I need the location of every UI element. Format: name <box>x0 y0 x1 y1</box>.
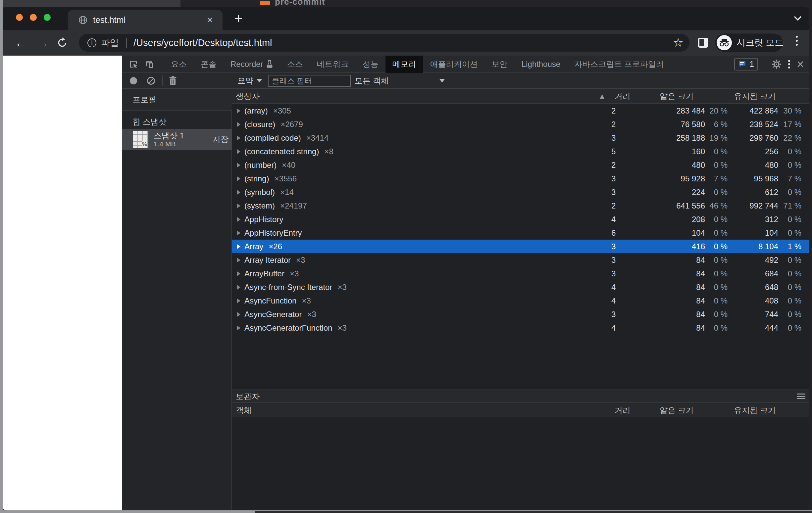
distance-value: 5 <box>611 147 616 156</box>
retained-size-percent: 17 % <box>778 118 809 131</box>
expand-triangle-icon[interactable] <box>237 326 240 330</box>
snapshot-save-link[interactable]: 저장 <box>212 134 229 145</box>
retained-size-value: 256 <box>731 145 778 158</box>
tab-sources[interactable]: 소스 <box>280 56 310 73</box>
delete-trash-icon[interactable] <box>169 76 177 86</box>
tab-security[interactable]: 보안 <box>485 56 515 73</box>
issues-badge[interactable]: 1 <box>734 58 758 70</box>
tab-search-chevron-icon[interactable] <box>792 15 803 22</box>
tab-close-icon[interactable]: × <box>207 10 213 30</box>
expand-triangle-icon[interactable] <box>237 244 240 249</box>
expand-triangle-icon[interactable] <box>237 204 240 208</box>
column-retained-size[interactable]: 유지된 크기 <box>731 89 809 103</box>
column-constructor[interactable]: 생성자 ▲ <box>232 89 611 103</box>
hamburger-menu-icon[interactable] <box>797 394 805 400</box>
shallow-size-percent: 20 % <box>705 104 731 118</box>
shallow-size-percent: 6 % <box>705 118 731 131</box>
table-row[interactable]: Array Iterator ×3 3 84 0 % 492 0 % <box>232 253 809 267</box>
tab-elements[interactable]: 요소 <box>164 56 194 73</box>
devtools-menu-icon[interactable] <box>787 59 791 70</box>
retained-size-percent: 0 % <box>778 158 809 172</box>
tab-recorder[interactable]: Recorder <box>224 56 280 73</box>
table-row[interactable]: Array ×26 3 416 0 % 8 104 1 % <box>232 240 809 253</box>
tab-console[interactable]: 콘솔 <box>194 56 224 73</box>
settings-gear-icon[interactable] <box>772 59 782 69</box>
table-row[interactable]: Async-from-Sync Iterator ×3 4 84 0 % 648… <box>232 280 809 294</box>
expand-triangle-icon[interactable] <box>237 312 240 317</box>
record-heap-icon[interactable] <box>130 77 137 84</box>
expand-triangle-icon[interactable] <box>237 190 240 194</box>
distance-value: 3 <box>611 174 616 183</box>
expand-triangle-icon[interactable] <box>237 299 240 303</box>
table-row[interactable]: (concatenated string) ×8 5 160 0 % 256 0… <box>232 145 809 158</box>
address-bar[interactable]: i 파일 /Users/yceffort/Desktop/test.html ☆ <box>79 34 690 52</box>
tab-network[interactable]: 네트워크 <box>310 56 356 73</box>
expand-triangle-icon[interactable] <box>237 149 240 154</box>
table-row[interactable]: AsyncGenerator ×3 3 84 0 % 744 0 % <box>232 307 809 321</box>
devtools-close-icon[interactable]: × <box>797 58 804 70</box>
tab-application[interactable]: 애플리케이션 <box>423 56 485 73</box>
tab-lighthouse[interactable]: Lighthouse <box>515 56 567 73</box>
tab-performance[interactable]: 성능 <box>356 56 385 73</box>
url-text[interactable]: /Users/yceffort/Desktop/test.html <box>134 37 272 48</box>
close-window-button[interactable] <box>16 14 23 21</box>
table-row[interactable]: (string) ×3556 3 95 928 7 % 95 968 7 % <box>232 172 809 185</box>
expand-triangle-icon[interactable] <box>237 109 240 113</box>
back-button[interactable]: ← <box>14 30 27 56</box>
clear-profiles-icon[interactable] <box>147 77 155 85</box>
minimize-window-button[interactable] <box>30 14 37 21</box>
table-row[interactable]: (closure) ×2679 2 76 580 6 % 238 524 17 … <box>232 118 809 131</box>
class-filter-input[interactable] <box>268 75 351 87</box>
expand-triangle-icon[interactable] <box>237 258 240 263</box>
perspective-select[interactable]: 요약 <box>237 76 262 86</box>
expand-triangle-icon[interactable] <box>237 136 240 140</box>
device-toolbar-icon[interactable] <box>144 59 154 69</box>
column-shallow-size[interactable]: 얕은 크기 <box>657 89 731 103</box>
browser-tab[interactable]: test.html × <box>68 10 223 30</box>
expand-triangle-icon[interactable] <box>237 217 240 222</box>
column-object[interactable]: 객체 <box>232 406 252 415</box>
tab-memory[interactable]: 메모리 <box>385 56 423 73</box>
sort-ascending-icon[interactable]: ▲ <box>599 89 606 103</box>
tab-favicon-globe-icon <box>79 16 87 25</box>
all-objects-select[interactable]: 모든 객체 <box>355 76 445 86</box>
table-row[interactable]: AppHistoryEntry 6 104 0 % 104 0 % <box>232 226 809 240</box>
expand-triangle-icon[interactable] <box>237 163 240 168</box>
table-row[interactable]: AppHistory 4 208 0 % 312 0 % <box>232 212 809 226</box>
distance-value: 4 <box>611 323 616 332</box>
expand-triangle-icon[interactable] <box>237 231 240 235</box>
shallow-size-percent: 0 % <box>705 294 731 307</box>
table-row[interactable]: (system) ×24197 2 641 556 46 % 992 744 7… <box>232 199 809 212</box>
expand-triangle-icon[interactable] <box>237 122 240 127</box>
bookmark-star-icon[interactable]: ☆ <box>673 34 684 52</box>
new-tab-button[interactable]: + <box>234 9 243 28</box>
tab-js-profiler[interactable]: 자바스크립트 프로파일러 <box>567 56 671 73</box>
constructor-name: (system) <box>244 201 275 211</box>
table-row[interactable]: (array) ×305 2 283 484 20 % 422 864 30 % <box>232 104 809 118</box>
table-row[interactable]: (symbol) ×14 3 224 0 % 612 0 % <box>232 185 809 199</box>
table-row[interactable]: AsyncGeneratorFunction ×3 4 84 0 % 444 0… <box>232 321 809 335</box>
table-row[interactable]: (number) ×40 2 480 0 % 480 0 % <box>232 158 809 172</box>
browser-menu-icon[interactable] <box>794 34 800 48</box>
heap-snapshots-label: 힙 스냅샷 <box>133 117 167 127</box>
inspect-element-icon[interactable] <box>128 59 138 69</box>
profiles-header: 프로필 <box>122 89 232 111</box>
page-info-icon[interactable]: i <box>87 38 96 47</box>
expand-triangle-icon[interactable] <box>237 176 240 181</box>
table-row[interactable]: ArrayBuffer ×3 3 84 0 % 684 0 % <box>232 267 809 280</box>
expand-triangle-icon[interactable] <box>237 285 240 290</box>
page-content[interactable] <box>3 56 122 510</box>
snapshot-item[interactable]: % 스냅샷 1 1.4 MB 저장 <box>122 129 232 150</box>
table-row[interactable]: AsyncFunction ×3 4 84 0 % 408 0 % <box>232 294 809 307</box>
column-distance[interactable]: 거리 <box>611 89 657 103</box>
side-panel-icon[interactable] <box>698 38 708 48</box>
zoom-window-button[interactable] <box>44 14 51 21</box>
profiles-sidebar: 프로필 힙 스냅샷 % 스냅샷 1 1.4 MB 저장 <box>122 89 232 510</box>
table-row[interactable]: (compiled code) ×3414 3 258 188 19 % 299… <box>232 131 809 145</box>
retained-size-percent: 0 % <box>778 307 809 321</box>
retained-size-percent: 0 % <box>778 294 809 307</box>
reload-button[interactable] <box>57 37 67 48</box>
forward-button[interactable]: → <box>36 30 49 56</box>
expand-triangle-icon[interactable] <box>237 271 240 276</box>
retainers-grid-body <box>232 418 809 510</box>
